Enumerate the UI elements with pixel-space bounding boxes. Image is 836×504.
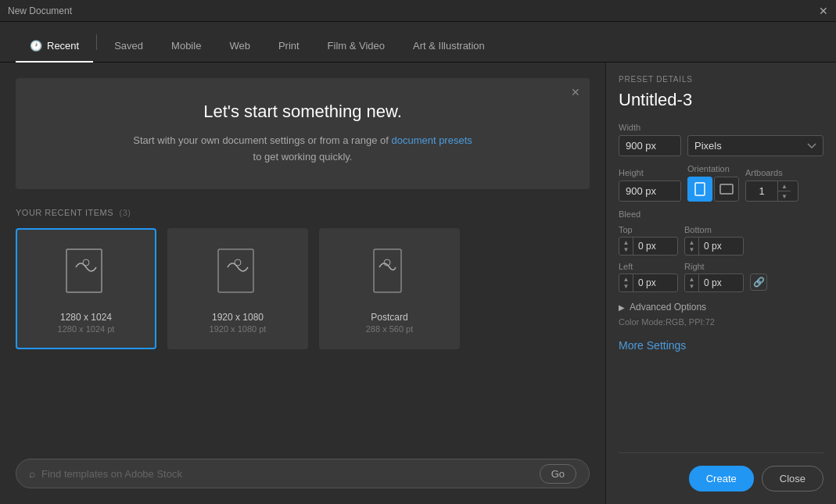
recent-item-name-2: Postcard [371, 312, 407, 323]
window-title: New Document [8, 5, 72, 16]
bleed-bottom-label: Bottom [684, 225, 744, 234]
bleed-top-decrement[interactable]: ▲▼ [619, 238, 633, 255]
bleed-top-input[interactable] [633, 238, 677, 255]
bleed-right-input[interactable] [699, 274, 743, 291]
height-field-group: Height [619, 168, 681, 202]
recent-item-name-0: 1280 x 1024 [60, 312, 112, 323]
orientation-buttons [687, 177, 739, 202]
unit-select[interactable]: Pixels Inches Centimeters Millimeters Po… [687, 135, 823, 156]
create-button[interactable]: Create [689, 466, 754, 491]
recent-item-size-1: 1920 x 1080 pt [210, 324, 267, 334]
bleed-bottom-input-wrap: ▲▼ [684, 237, 744, 256]
width-row: Width Pixels Inches Centimeters Millimet… [619, 123, 823, 156]
svg-rect-4 [374, 249, 401, 292]
action-row: Create Close [619, 452, 823, 491]
svg-rect-2 [218, 249, 253, 292]
width-input[interactable] [619, 135, 681, 156]
preset-details-label: PRESET DETAILS [619, 75, 823, 84]
artboards-decrement-button[interactable]: ▼ [778, 191, 791, 201]
svg-point-1 [83, 259, 89, 266]
orientation-portrait-button[interactable] [687, 177, 712, 202]
title-bar: New Document ✕ [0, 0, 836, 22]
tab-mobile[interactable]: Mobile [157, 30, 215, 63]
tab-film-video[interactable]: Film & Video [314, 30, 399, 63]
recent-item[interactable]: Postcard 288 x 560 pt [319, 228, 460, 349]
bleed-left-field: Left ▲▼ [619, 262, 678, 292]
bleed-bottom-field: Bottom ▲▼ [684, 225, 744, 256]
height-label: Height [619, 168, 681, 177]
bleed-right-field: Right ▲▼ [684, 262, 744, 292]
tab-bar: 🕐 Recent Saved Mobile Web Print Film & V… [0, 22, 836, 63]
recent-item[interactable]: 1280 x 1024 1280 x 1024 pt [16, 228, 156, 349]
unit-label [687, 123, 823, 132]
bleed-left-input[interactable] [633, 274, 677, 291]
recent-header: YOUR RECENT ITEMS (3) [16, 208, 590, 217]
preset-name: Untitled-3 [619, 90, 823, 110]
recent-grid: 1280 x 1024 1280 x 1024 pt 1920 x 1080 1… [16, 228, 590, 349]
bleed-right-input-wrap: ▲▼ [684, 273, 744, 292]
bleed-right-decrement[interactable]: ▲▼ [685, 274, 699, 291]
svg-rect-0 [66, 249, 102, 292]
welcome-close-button[interactable]: ✕ [571, 86, 580, 98]
window-close-button[interactable]: ✕ [819, 5, 828, 16]
artboards-input[interactable] [746, 181, 777, 201]
svg-rect-6 [695, 183, 705, 195]
bleed-left-input-wrap: ▲▼ [619, 273, 678, 292]
width-label: Width [619, 123, 681, 132]
svg-rect-7 [720, 184, 733, 194]
tab-recent[interactable]: 🕐 Recent [16, 30, 93, 63]
go-button[interactable]: Go [540, 464, 576, 484]
welcome-banner: ✕ Let's start something new. Start with … [16, 78, 590, 189]
color-mode-info: Color Mode:RGB, PPI:72 [619, 317, 823, 327]
width-field-group: Width [619, 123, 681, 156]
recent-item-name-1: 1920 x 1080 [212, 312, 264, 323]
tab-art-illustration[interactable]: Art & Illustration [399, 30, 499, 63]
bleed-top-field: Top ▲▼ [619, 225, 678, 256]
orientation-landscape-button[interactable] [714, 177, 739, 202]
bleed-left-label: Left [619, 262, 678, 271]
right-panel: PRESET DETAILS Untitled-3 Width Pixels I… [605, 63, 836, 504]
tab-web[interactable]: Web [215, 30, 264, 63]
artboards-label: Artboards [745, 168, 798, 177]
bleed-top-label: Top [619, 225, 678, 234]
tab-print[interactable]: Print [264, 30, 314, 63]
bleed-bottom-decrement[interactable]: ▲▼ [685, 238, 699, 255]
bleed-right-label: Right [684, 262, 744, 271]
clock-icon: 🕐 [30, 40, 42, 52]
artboards-field-group: Artboards ▲ ▼ [745, 168, 798, 202]
bleed-top-input-wrap: ▲▼ [619, 237, 678, 256]
search-input[interactable] [41, 468, 533, 480]
welcome-title: Let's start something new. [31, 102, 574, 122]
artboards-increment-button[interactable]: ▲ [778, 181, 791, 191]
search-icon: ⌕ [29, 467, 35, 480]
recent-item-size-0: 1280 x 1024 pt [58, 324, 115, 334]
bleed-left-decrement[interactable]: ▲▼ [619, 274, 633, 291]
recent-item-icon-0 [59, 243, 113, 306]
close-button[interactable]: Close [762, 466, 823, 491]
tab-divider [96, 34, 97, 50]
more-settings-link[interactable]: More Settings [619, 339, 823, 352]
bleed-link-button[interactable]: 🔗 [750, 273, 767, 291]
artboards-stepper: ▲ ▼ [745, 181, 798, 202]
document-presets-link[interactable]: document presets [391, 134, 472, 146]
recent-item-size-2: 288 x 560 pt [366, 324, 414, 334]
height-orientation-row: Height Orientation [619, 164, 823, 202]
recent-item-icon-1 [210, 243, 265, 306]
chevron-right-icon: ▶ [619, 303, 625, 312]
bleed-label: Bleed [619, 209, 823, 219]
advanced-options-toggle[interactable]: ▶ Advanced Options [619, 302, 823, 313]
tab-saved[interactable]: Saved [100, 30, 157, 63]
search-bar: ⌕ Go [16, 459, 590, 488]
welcome-description: Start with your own document settings or… [31, 133, 574, 166]
svg-point-3 [235, 259, 241, 266]
artboards-stepper-buttons: ▲ ▼ [777, 181, 791, 201]
bleed-bottom-input[interactable] [699, 238, 743, 255]
height-input[interactable] [619, 181, 681, 202]
orientation-label: Orientation [687, 164, 739, 173]
left-panel: ✕ Let's start something new. Start with … [0, 63, 605, 504]
orientation-field-group: Orientation [687, 164, 739, 202]
recent-item[interactable]: 1920 x 1080 1920 x 1080 pt [167, 228, 308, 349]
unit-field-group: Pixels Inches Centimeters Millimeters Po… [687, 123, 823, 156]
main-content: ✕ Let's start something new. Start with … [0, 63, 836, 504]
recent-item-icon-2 [362, 243, 417, 306]
